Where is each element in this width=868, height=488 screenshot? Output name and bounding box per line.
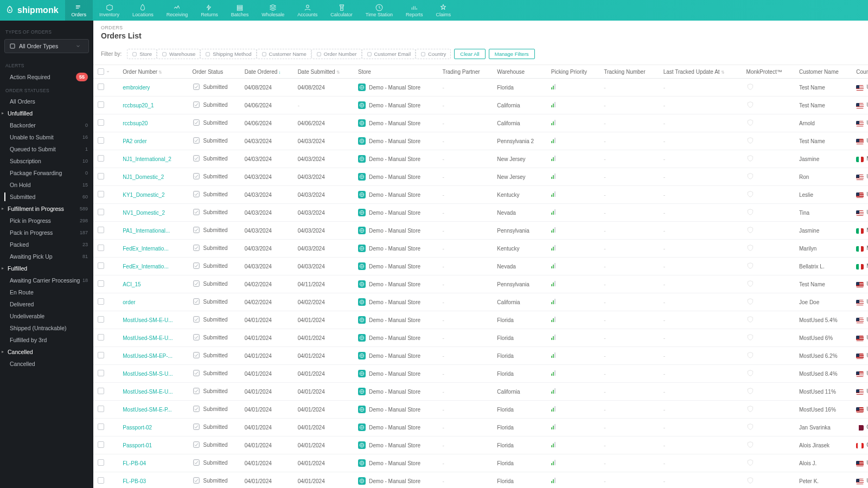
row-checkbox[interactable] [98, 423, 104, 430]
col-picking-priority[interactable]: Picking Priority [547, 65, 599, 79]
row-checkbox[interactable] [98, 137, 104, 144]
table-row[interactable]: FedEx_Internatio...Submitted04/03/202404… [93, 240, 868, 258]
sidebar-item-awaiting-pick-up[interactable]: Awaiting Pick Up81 [0, 251, 93, 262]
table-row[interactable]: PA1_International...Submitted04/03/20240… [93, 222, 868, 240]
topnav-accounts[interactable]: Accounts [291, 0, 324, 21]
topnav-batches[interactable]: Batches [225, 0, 256, 21]
col-store[interactable]: Store [354, 65, 438, 79]
table-row[interactable]: FL-PB-03Submitted04/01/202404/01/2024Dem… [93, 472, 868, 489]
col-last-tracked-update-at[interactable]: Last Tracked Update At⇅ [659, 65, 742, 79]
col-order-status[interactable]: Order Status [188, 65, 240, 79]
col-country[interactable]: Country [852, 65, 868, 79]
order-number-link[interactable]: NJ1_International_2 [118, 150, 188, 168]
select-all-checkbox[interactable] [98, 68, 104, 75]
order-number-link[interactable]: NV1_Domestic_2 [118, 204, 188, 222]
table-row[interactable]: MostUsed-SM-E-U...Submitted04/01/202404/… [93, 311, 868, 329]
row-checkbox[interactable] [98, 155, 104, 162]
topnav-orders[interactable]: Orders [65, 0, 93, 21]
sidebar-item-pack-in-progress[interactable]: Pack in Progress187 [0, 227, 93, 239]
orders-table-wrap[interactable]: Order Number⇅Order StatusDate Ordered↓Da… [93, 65, 868, 488]
select-all-chevron-icon[interactable] [106, 69, 110, 74]
table-row[interactable]: MostUsed-SM-EP-...Submitted04/01/202404/… [93, 347, 868, 365]
col-customer-name[interactable]: Customer Name [795, 65, 852, 79]
order-number-link[interactable]: FedEx_Internatio... [118, 240, 188, 258]
sidebar-item-on-hold[interactable]: On Hold15 [0, 179, 93, 191]
table-row[interactable]: MostUsed-SM-S-U...Submitted04/01/202404/… [93, 365, 868, 383]
sidebar-item-awaiting-carrier-processing[interactable]: Awaiting Carrier Processing18 [0, 274, 93, 286]
clear-all-button[interactable]: Clear All [454, 49, 485, 59]
order-number-link[interactable]: MostUsed-SM-S-U... [118, 365, 188, 383]
order-types-dropdown[interactable]: All Order Types [4, 39, 89, 53]
order-number-link[interactable]: PA2 order [118, 132, 188, 150]
order-number-link[interactable]: NJ1_Domestic_2 [118, 168, 188, 186]
order-number-link[interactable]: MostUsed-SM-EP-... [118, 347, 188, 365]
order-number-link[interactable]: Passport-01 [118, 436, 188, 454]
order-number-link[interactable]: PA1_International... [118, 222, 188, 240]
sidebar-item-packed[interactable]: Packed23 [0, 239, 93, 251]
row-checkbox[interactable] [98, 101, 104, 108]
row-checkbox[interactable] [98, 370, 104, 376]
order-number-link[interactable]: embroidery [118, 79, 188, 97]
topnav-receiving[interactable]: Receiving [160, 0, 195, 21]
filter-chip-store[interactable]: Store [127, 49, 157, 59]
manage-filters-button[interactable]: Manage Filters [489, 49, 535, 59]
order-number-link[interactable]: MostUsed-SM-E-U... [118, 383, 188, 401]
row-checkbox[interactable] [98, 316, 104, 323]
row-checkbox[interactable] [98, 352, 104, 358]
table-row[interactable]: ACI_15Submitted04/02/202404/11/2024Demo … [93, 275, 868, 293]
order-number-link[interactable]: MostUsed-SM-E-U... [118, 329, 188, 347]
sidebar-item-submitted[interactable]: Submitted60 [0, 191, 93, 203]
topnav-reports[interactable]: Reports [399, 0, 430, 21]
table-row[interactable]: MostUsed-SM-E-U...Submitted04/01/202404/… [93, 383, 868, 401]
filter-chip-country[interactable]: Country [416, 49, 451, 59]
col-monkprotect-[interactable]: MonkProtect™ [742, 65, 795, 79]
sidebar-group-unfulfilled[interactable]: ▸Unfulfilled [0, 107, 93, 119]
table-row[interactable]: rccbsup20_1Submitted04/06/2024-Demo - Ma… [93, 97, 868, 114]
table-row[interactable]: NJ1_International_2Submitted04/03/202404… [93, 150, 868, 168]
order-number-link[interactable]: FedEx_Internatio... [118, 258, 188, 275]
sidebar-item-backorder[interactable]: Backorder0 [0, 119, 93, 131]
order-number-link[interactable]: FL-PB-04 [118, 454, 188, 472]
row-checkbox[interactable] [98, 84, 104, 90]
sidebar-item-undeliverable[interactable]: Undeliverable [0, 310, 93, 322]
row-checkbox[interactable] [98, 298, 104, 305]
sidebar-item-pick-in-progress[interactable]: Pick in Progress298 [0, 215, 93, 227]
sidebar-item-fulfilled-by-3rd[interactable]: Fulfilled by 3rd [0, 334, 93, 346]
filter-chip-warehouse[interactable]: Warehouse [157, 49, 200, 59]
row-checkbox[interactable] [98, 227, 104, 233]
sidebar-item-shipped-untrackable-[interactable]: Shipped (Untrackable) [0, 322, 93, 334]
filter-chip-customer-name[interactable]: Customer Name [257, 49, 311, 59]
sidebar-item-cancelled[interactable]: Cancelled [0, 358, 93, 370]
sidebar-item-en-route[interactable]: En Route [0, 286, 93, 298]
table-row[interactable]: FL-PB-04Submitted04/01/202404/01/2024Dem… [93, 454, 868, 472]
row-checkbox[interactable] [98, 191, 104, 197]
table-row[interactable]: NV1_Domestic_2Submitted04/03/202404/03/2… [93, 204, 868, 222]
order-number-link[interactable]: rccbsup20 [118, 114, 188, 132]
sidebar-group-fulfilled[interactable]: ▸Fulfilled [0, 262, 93, 274]
col-warehouse[interactable]: Warehouse [493, 65, 546, 79]
filter-chip-shipping-method[interactable]: Shipping Method [200, 49, 256, 59]
topnav-time-station[interactable]: Time Station [359, 0, 399, 21]
order-number-link[interactable]: ACI_15 [118, 275, 188, 293]
order-number-link[interactable]: Passport-02 [118, 419, 188, 436]
sidebar-group-cancelled[interactable]: ▸Cancelled [0, 346, 93, 358]
topnav-locations[interactable]: Locations [126, 0, 160, 21]
row-checkbox[interactable] [98, 209, 104, 215]
table-row[interactable]: FedEx_Internatio...Submitted04/03/202404… [93, 258, 868, 275]
sidebar-action-required[interactable]: Action Required 55 [0, 70, 93, 84]
sidebar-item-unable-to-submit[interactable]: Unable to Submit16 [0, 131, 93, 143]
order-number-link[interactable]: FL-PB-03 [118, 472, 188, 489]
topnav-claims[interactable]: Claims [430, 0, 458, 21]
col-tracking-number[interactable]: Tracking Number [599, 65, 659, 79]
col-date-ordered[interactable]: Date Ordered↓ [240, 65, 293, 79]
row-checkbox[interactable] [98, 406, 104, 412]
topnav-inventory[interactable]: Inventory [93, 0, 126, 21]
col-trading-partner[interactable]: Trading Partner [438, 65, 493, 79]
row-checkbox[interactable] [98, 388, 104, 394]
table-row[interactable]: orderSubmitted04/02/202404/02/2024Demo -… [93, 293, 868, 311]
topnav-returns[interactable]: Returns [194, 0, 225, 21]
row-checkbox[interactable] [98, 280, 104, 287]
table-row[interactable]: Passport-01Submitted04/01/202404/01/2024… [93, 436, 868, 454]
filter-chip-customer-email[interactable]: Customer Email [362, 49, 416, 59]
table-row[interactable]: MostUsed-SM-E-P...Submitted04/01/202404/… [93, 401, 868, 419]
